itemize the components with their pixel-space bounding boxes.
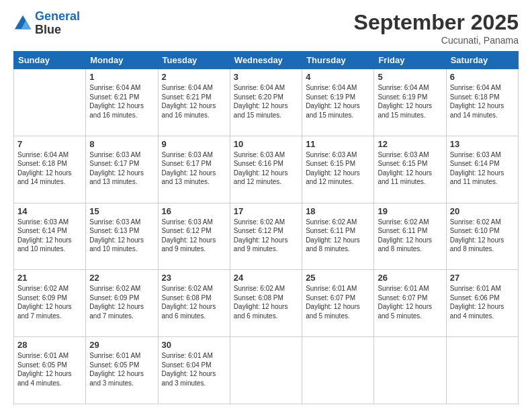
calendar-cell: 30Sunrise: 6:01 AMSunset: 6:04 PMDayligh… bbox=[158, 337, 230, 404]
calendar-cell: 26Sunrise: 6:01 AMSunset: 6:07 PMDayligh… bbox=[374, 270, 446, 337]
day-number: 5 bbox=[378, 72, 442, 82]
calendar-cell: 6Sunrise: 6:04 AMSunset: 6:18 PMDaylight… bbox=[446, 69, 518, 136]
day-header-thursday: Thursday bbox=[302, 52, 374, 69]
calendar-cell: 27Sunrise: 6:01 AMSunset: 6:06 PMDayligh… bbox=[446, 270, 518, 337]
day-number: 17 bbox=[234, 206, 298, 216]
page: General Blue September 2025 Cucunati, Pa… bbox=[0, 0, 532, 411]
day-number: 29 bbox=[89, 340, 154, 350]
location-subtitle: Cucunati, Panama bbox=[354, 35, 519, 46]
calendar-cell: 2Sunrise: 6:04 AMSunset: 6:21 PMDaylight… bbox=[158, 69, 230, 136]
calendar-cell: 16Sunrise: 6:03 AMSunset: 6:12 PMDayligh… bbox=[158, 203, 230, 270]
calendar-cell: 28Sunrise: 6:01 AMSunset: 6:05 PMDayligh… bbox=[14, 337, 86, 404]
cell-info: Sunrise: 6:03 AMSunset: 6:14 PMDaylight:… bbox=[450, 150, 515, 187]
day-number: 6 bbox=[450, 72, 515, 82]
day-header-monday: Monday bbox=[86, 52, 158, 69]
calendar-cell: 23Sunrise: 6:02 AMSunset: 6:08 PMDayligh… bbox=[158, 270, 230, 337]
week-row-3: 21Sunrise: 6:02 AMSunset: 6:09 PMDayligh… bbox=[14, 270, 519, 337]
cell-info: Sunrise: 6:03 AMSunset: 6:16 PMDaylight:… bbox=[234, 150, 298, 187]
day-header-friday: Friday bbox=[374, 52, 446, 69]
month-title: September 2025 bbox=[354, 10, 519, 35]
cell-info: Sunrise: 6:02 AMSunset: 6:08 PMDaylight:… bbox=[162, 284, 226, 320]
cell-info: Sunrise: 6:03 AMSunset: 6:13 PMDaylight:… bbox=[89, 218, 154, 254]
calendar-cell: 13Sunrise: 6:03 AMSunset: 6:14 PMDayligh… bbox=[446, 136, 518, 203]
calendar-cell: 4Sunrise: 6:04 AMSunset: 6:19 PMDaylight… bbox=[302, 69, 374, 136]
cell-info: Sunrise: 6:04 AMSunset: 6:21 PMDaylight:… bbox=[162, 83, 226, 120]
calendar-cell: 14Sunrise: 6:03 AMSunset: 6:14 PMDayligh… bbox=[14, 203, 86, 270]
calendar-cell: 1Sunrise: 6:04 AMSunset: 6:21 PMDaylight… bbox=[86, 69, 158, 136]
cell-info: Sunrise: 6:03 AMSunset: 6:12 PMDaylight:… bbox=[162, 218, 226, 254]
cell-info: Sunrise: 6:02 AMSunset: 6:12 PMDaylight:… bbox=[234, 218, 298, 254]
cell-info: Sunrise: 6:03 AMSunset: 6:14 PMDaylight:… bbox=[17, 218, 82, 254]
day-headers-row: SundayMondayTuesdayWednesdayThursdayFrid… bbox=[14, 52, 519, 69]
cell-info: Sunrise: 6:02 AMSunset: 6:08 PMDaylight:… bbox=[234, 284, 298, 320]
day-number: 19 bbox=[378, 206, 442, 216]
calendar-cell: 7Sunrise: 6:04 AMSunset: 6:18 PMDaylight… bbox=[14, 136, 86, 203]
cell-info: Sunrise: 6:01 AMSunset: 6:05 PMDaylight:… bbox=[17, 351, 82, 387]
week-row-2: 14Sunrise: 6:03 AMSunset: 6:14 PMDayligh… bbox=[14, 203, 519, 270]
calendar-cell: 12Sunrise: 6:03 AMSunset: 6:15 PMDayligh… bbox=[374, 136, 446, 203]
calendar-cell: 29Sunrise: 6:01 AMSunset: 6:05 PMDayligh… bbox=[86, 337, 158, 404]
day-number: 2 bbox=[162, 72, 226, 82]
calendar-cell: 3Sunrise: 6:04 AMSunset: 6:20 PMDaylight… bbox=[230, 69, 302, 136]
calendar-cell: 10Sunrise: 6:03 AMSunset: 6:16 PMDayligh… bbox=[230, 136, 302, 203]
day-number: 22 bbox=[89, 273, 154, 283]
cell-info: Sunrise: 6:04 AMSunset: 6:21 PMDaylight:… bbox=[89, 83, 154, 120]
day-number: 7 bbox=[17, 139, 82, 149]
calendar-cell bbox=[230, 337, 302, 404]
calendar-body: 1Sunrise: 6:04 AMSunset: 6:21 PMDaylight… bbox=[14, 69, 519, 404]
day-number: 14 bbox=[17, 206, 82, 216]
day-number: 1 bbox=[89, 72, 154, 82]
day-number: 28 bbox=[17, 340, 82, 350]
day-number: 9 bbox=[162, 139, 226, 149]
cell-info: Sunrise: 6:04 AMSunset: 6:19 PMDaylight:… bbox=[378, 83, 442, 120]
cell-info: Sunrise: 6:04 AMSunset: 6:20 PMDaylight:… bbox=[234, 83, 298, 120]
cell-info: Sunrise: 6:02 AMSunset: 6:09 PMDaylight:… bbox=[17, 284, 82, 320]
cell-info: Sunrise: 6:01 AMSunset: 6:06 PMDaylight:… bbox=[450, 284, 515, 320]
logo-icon bbox=[13, 14, 32, 33]
cell-info: Sunrise: 6:03 AMSunset: 6:15 PMDaylight:… bbox=[306, 150, 370, 187]
logo-text: General Blue bbox=[35, 10, 80, 37]
cell-info: Sunrise: 6:03 AMSunset: 6:17 PMDaylight:… bbox=[162, 150, 226, 187]
calendar-cell: 8Sunrise: 6:03 AMSunset: 6:17 PMDaylight… bbox=[86, 136, 158, 203]
day-header-saturday: Saturday bbox=[446, 52, 518, 69]
day-number: 15 bbox=[89, 206, 154, 216]
calendar-cell bbox=[446, 337, 518, 404]
week-row-4: 28Sunrise: 6:01 AMSunset: 6:05 PMDayligh… bbox=[14, 337, 519, 404]
cell-info: Sunrise: 6:01 AMSunset: 6:05 PMDaylight:… bbox=[89, 351, 154, 387]
day-header-wednesday: Wednesday bbox=[230, 52, 302, 69]
cell-info: Sunrise: 6:04 AMSunset: 6:18 PMDaylight:… bbox=[450, 83, 515, 120]
day-number: 18 bbox=[306, 206, 370, 216]
day-number: 11 bbox=[306, 139, 370, 149]
calendar-cell: 17Sunrise: 6:02 AMSunset: 6:12 PMDayligh… bbox=[230, 203, 302, 270]
calendar-cell: 9Sunrise: 6:03 AMSunset: 6:17 PMDaylight… bbox=[158, 136, 230, 203]
calendar-cell: 11Sunrise: 6:03 AMSunset: 6:15 PMDayligh… bbox=[302, 136, 374, 203]
calendar-cell: 18Sunrise: 6:02 AMSunset: 6:11 PMDayligh… bbox=[302, 203, 374, 270]
calendar-cell: 24Sunrise: 6:02 AMSunset: 6:08 PMDayligh… bbox=[230, 270, 302, 337]
cell-info: Sunrise: 6:02 AMSunset: 6:11 PMDaylight:… bbox=[378, 218, 442, 254]
calendar-header: SundayMondayTuesdayWednesdayThursdayFrid… bbox=[14, 52, 519, 69]
day-number: 12 bbox=[378, 139, 442, 149]
header: General Blue September 2025 Cucunati, Pa… bbox=[13, 10, 519, 46]
day-header-sunday: Sunday bbox=[14, 52, 86, 69]
day-number: 23 bbox=[162, 273, 226, 283]
week-row-0: 1Sunrise: 6:04 AMSunset: 6:21 PMDaylight… bbox=[14, 69, 519, 136]
day-number: 26 bbox=[378, 273, 442, 283]
cell-info: Sunrise: 6:02 AMSunset: 6:10 PMDaylight:… bbox=[450, 218, 515, 254]
cell-info: Sunrise: 6:03 AMSunset: 6:17 PMDaylight:… bbox=[89, 150, 154, 187]
cell-info: Sunrise: 6:01 AMSunset: 6:04 PMDaylight:… bbox=[162, 351, 226, 387]
calendar-cell: 20Sunrise: 6:02 AMSunset: 6:10 PMDayligh… bbox=[446, 203, 518, 270]
calendar-cell: 19Sunrise: 6:02 AMSunset: 6:11 PMDayligh… bbox=[374, 203, 446, 270]
day-number: 30 bbox=[162, 340, 226, 350]
day-number: 20 bbox=[450, 206, 515, 216]
day-number: 24 bbox=[234, 273, 298, 283]
title-area: September 2025 Cucunati, Panama bbox=[354, 10, 519, 46]
cell-info: Sunrise: 6:04 AMSunset: 6:18 PMDaylight:… bbox=[17, 150, 82, 187]
calendar-cell: 15Sunrise: 6:03 AMSunset: 6:13 PMDayligh… bbox=[86, 203, 158, 270]
day-number: 13 bbox=[450, 139, 515, 149]
calendar-cell: 5Sunrise: 6:04 AMSunset: 6:19 PMDaylight… bbox=[374, 69, 446, 136]
day-number: 4 bbox=[306, 72, 370, 82]
calendar-cell: 22Sunrise: 6:02 AMSunset: 6:09 PMDayligh… bbox=[86, 270, 158, 337]
cell-info: Sunrise: 6:01 AMSunset: 6:07 PMDaylight:… bbox=[306, 284, 370, 320]
cell-info: Sunrise: 6:01 AMSunset: 6:07 PMDaylight:… bbox=[378, 284, 442, 320]
calendar-cell bbox=[14, 69, 86, 136]
